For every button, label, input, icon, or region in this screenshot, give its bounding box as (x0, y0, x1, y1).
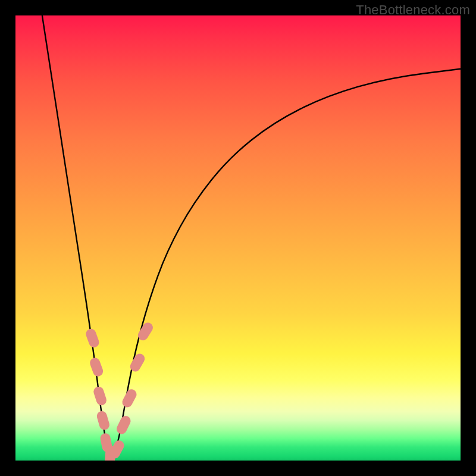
capsule-marker (84, 327, 101, 349)
capsule-marker (96, 410, 111, 431)
capsule-marker (120, 387, 138, 409)
svg-rect-8 (120, 387, 138, 409)
capsule-marker (92, 386, 108, 407)
svg-rect-1 (89, 356, 105, 378)
capsule-marker (115, 414, 132, 436)
curve-layer (15, 15, 461, 461)
plot-area (15, 15, 461, 461)
bottleneck-curve-path (42, 15, 461, 456)
capsule-markers (84, 321, 155, 461)
svg-rect-7 (115, 414, 132, 436)
bottleneck-curve (42, 15, 461, 456)
svg-rect-0 (84, 327, 101, 349)
capsule-marker (89, 356, 105, 378)
watermark-text: TheBottleneck.com (356, 2, 470, 18)
svg-rect-2 (92, 386, 108, 407)
chart-frame: TheBottleneck.com (0, 0, 476, 476)
svg-rect-3 (96, 410, 111, 431)
